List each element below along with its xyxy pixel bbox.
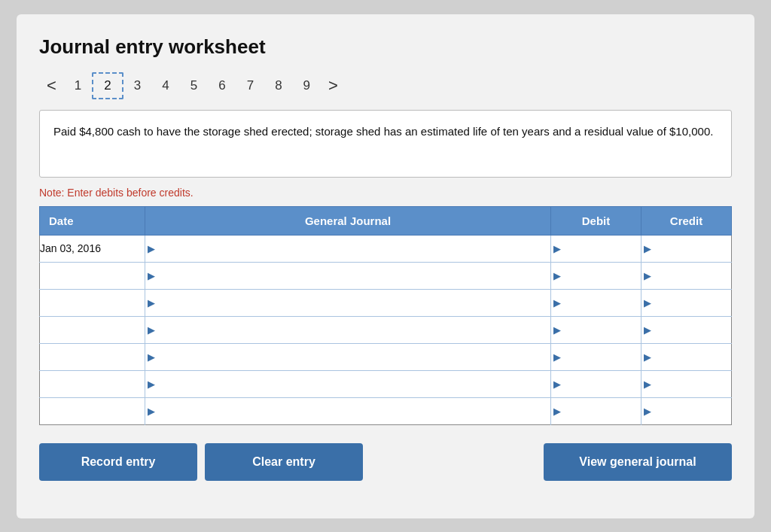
input-debit-5[interactable] xyxy=(564,371,641,397)
pagination-page-5[interactable]: 5 xyxy=(180,74,208,98)
pagination-page-2[interactable]: 2 xyxy=(92,72,123,99)
arrow-icon-credit-6: ▶ xyxy=(644,406,651,417)
cell-date-3 xyxy=(40,316,145,343)
pagination-next[interactable]: > xyxy=(321,73,346,99)
page-title: Journal entry worksheet xyxy=(39,35,732,59)
cell-date-6 xyxy=(40,397,145,424)
cell-debit-5[interactable]: ▶ xyxy=(551,370,641,397)
cell-journal-4[interactable]: ▶ xyxy=(145,343,551,370)
table-row: ▶▶▶ xyxy=(40,343,732,370)
description-box: Paid $4,800 cash to have the storage she… xyxy=(39,110,732,178)
col-debit: Debit xyxy=(551,206,641,235)
input-journal-6[interactable] xyxy=(158,398,550,424)
pagination: < 123456789> xyxy=(39,72,732,99)
pagination-page-6[interactable]: 6 xyxy=(208,74,236,98)
arrow-icon-journal-0: ▶ xyxy=(148,243,155,254)
arrow-icon-journal-2: ▶ xyxy=(148,297,155,309)
input-credit-5[interactable] xyxy=(654,371,731,397)
arrow-icon-credit-2: ▶ xyxy=(644,297,651,309)
record-entry-button[interactable]: Record entry xyxy=(39,443,197,481)
view-general-journal-button[interactable]: View general journal xyxy=(544,443,732,481)
cell-debit-4[interactable]: ▶ xyxy=(551,343,641,370)
pagination-page-3[interactable]: 3 xyxy=(123,74,151,98)
input-journal-3[interactable] xyxy=(158,317,550,343)
cell-credit-2[interactable]: ▶ xyxy=(641,289,732,316)
input-journal-5[interactable] xyxy=(158,371,550,397)
arrow-icon-credit-3: ▶ xyxy=(644,324,651,336)
input-credit-3[interactable] xyxy=(654,317,731,343)
input-credit-1[interactable] xyxy=(654,263,731,289)
arrow-icon-debit-5: ▶ xyxy=(553,378,561,390)
arrow-icon-debit-3: ▶ xyxy=(553,324,561,336)
cell-date-0: Jan 03, 2016 xyxy=(40,235,145,262)
col-date: Date xyxy=(40,206,145,235)
arrow-icon-journal-5: ▶ xyxy=(148,378,155,390)
cell-date-1 xyxy=(40,262,145,289)
cell-credit-0[interactable]: ▶ xyxy=(641,235,732,262)
cell-journal-6[interactable]: ▶ xyxy=(145,397,551,424)
cell-credit-3[interactable]: ▶ xyxy=(641,316,732,343)
cell-date-2 xyxy=(40,289,145,316)
input-credit-2[interactable] xyxy=(654,290,731,316)
pagination-page-7[interactable]: 7 xyxy=(236,74,264,98)
input-journal-2[interactable] xyxy=(158,290,550,316)
input-journal-4[interactable] xyxy=(158,344,550,370)
input-credit-6[interactable] xyxy=(654,398,731,424)
cell-journal-0[interactable]: ▶ xyxy=(145,235,551,262)
table-header-row: Date General Journal Debit Credit xyxy=(40,206,732,235)
input-debit-0[interactable] xyxy=(564,236,641,262)
cell-journal-2[interactable]: ▶ xyxy=(145,289,551,316)
cell-credit-5[interactable]: ▶ xyxy=(641,370,732,397)
journal-entry-worksheet: Journal entry worksheet < 123456789> Pai… xyxy=(17,14,754,518)
table-row: ▶▶▶ xyxy=(40,316,732,343)
pagination-page-1[interactable]: 1 xyxy=(64,74,92,98)
input-journal-0[interactable] xyxy=(158,236,550,262)
description-text: Paid $4,800 cash to have the storage she… xyxy=(53,125,713,138)
table-row: ▶▶▶ xyxy=(40,262,732,289)
pagination-page-9[interactable]: 9 xyxy=(293,74,321,98)
arrow-icon-credit-4: ▶ xyxy=(644,351,651,363)
input-debit-1[interactable] xyxy=(564,263,641,289)
cell-credit-6[interactable]: ▶ xyxy=(641,397,732,424)
clear-entry-button[interactable]: Clear entry xyxy=(205,443,363,481)
arrow-icon-journal-1: ▶ xyxy=(148,270,155,281)
pagination-page-4[interactable]: 4 xyxy=(151,74,179,98)
arrow-icon-credit-1: ▶ xyxy=(644,270,651,281)
arrow-icon-debit-1: ▶ xyxy=(553,270,561,281)
input-debit-4[interactable] xyxy=(564,344,641,370)
cell-debit-3[interactable]: ▶ xyxy=(551,316,641,343)
cell-journal-3[interactable]: ▶ xyxy=(145,316,551,343)
arrow-icon-journal-3: ▶ xyxy=(148,324,155,336)
input-debit-2[interactable] xyxy=(564,290,641,316)
journal-table: Date General Journal Debit Credit Jan 03… xyxy=(39,206,732,425)
buttons-row: Record entry Clear entry View general jo… xyxy=(39,443,732,481)
pagination-page-8[interactable]: 8 xyxy=(264,74,292,98)
pagination-prev[interactable]: < xyxy=(39,73,64,99)
input-debit-3[interactable] xyxy=(564,317,641,343)
cell-journal-1[interactable]: ▶ xyxy=(145,262,551,289)
table-row: Jan 03, 2016▶▶▶ xyxy=(40,235,732,262)
arrow-icon-debit-0: ▶ xyxy=(553,243,561,254)
note-text: Note: Enter debits before credits. xyxy=(39,187,732,199)
cell-credit-1[interactable]: ▶ xyxy=(641,262,732,289)
col-journal: General Journal xyxy=(145,206,551,235)
input-credit-0[interactable] xyxy=(654,236,731,262)
cell-debit-0[interactable]: ▶ xyxy=(551,235,641,262)
cell-credit-4[interactable]: ▶ xyxy=(641,343,732,370)
cell-date-5 xyxy=(40,370,145,397)
input-credit-4[interactable] xyxy=(654,344,731,370)
arrow-icon-debit-6: ▶ xyxy=(553,406,561,417)
cell-debit-6[interactable]: ▶ xyxy=(551,397,641,424)
input-journal-1[interactable] xyxy=(158,263,550,289)
table-row: ▶▶▶ xyxy=(40,289,732,316)
cell-debit-1[interactable]: ▶ xyxy=(551,262,641,289)
arrow-icon-debit-2: ▶ xyxy=(553,297,561,309)
input-debit-6[interactable] xyxy=(564,398,641,424)
table-row: ▶▶▶ xyxy=(40,397,732,424)
cell-journal-5[interactable]: ▶ xyxy=(145,370,551,397)
arrow-icon-journal-6: ▶ xyxy=(148,406,155,417)
cell-debit-2[interactable]: ▶ xyxy=(551,289,641,316)
table-row: ▶▶▶ xyxy=(40,370,732,397)
arrow-icon-credit-0: ▶ xyxy=(644,243,651,254)
cell-date-4 xyxy=(40,343,145,370)
